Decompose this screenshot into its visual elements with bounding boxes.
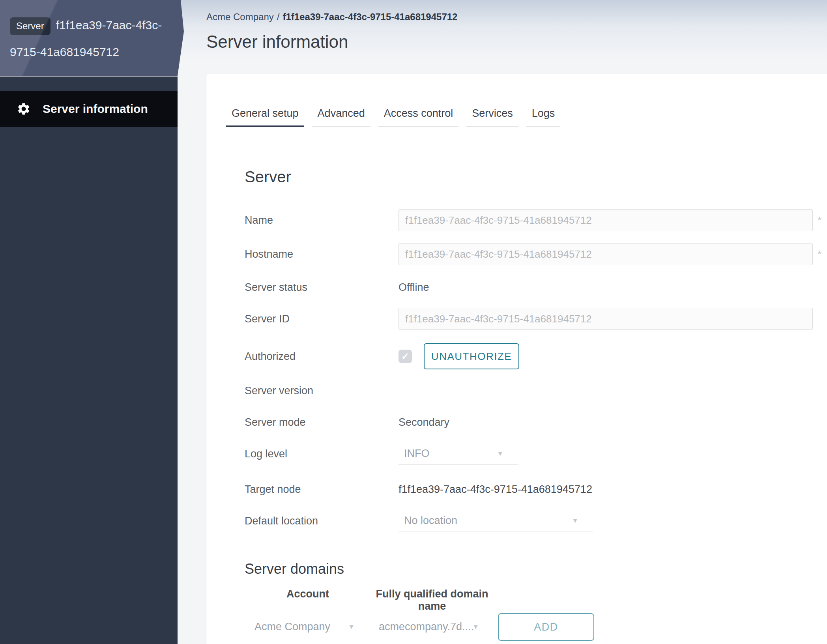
tab-access-control[interactable]: Access control — [378, 108, 459, 127]
account-column-header: Account — [247, 588, 369, 612]
hostname-required-asterisk: * — [818, 248, 821, 260]
chevron-down-icon: ▼ — [572, 517, 578, 525]
target-node-row: Target node f1f1ea39-7aac-4f3c-9715-41a6… — [245, 478, 827, 500]
log-level-row: Log level INFO ▼ — [245, 443, 827, 465]
server-id-input[interactable] — [399, 308, 813, 330]
sidebar: Serverf1f1ea39-7aac-4f3c-9715-41a6819457… — [0, 0, 178, 644]
tab-services[interactable]: Services — [466, 108, 518, 127]
log-level-select[interactable]: INFO ▼ — [399, 443, 518, 465]
default-location-row: Default location No location ▼ — [245, 510, 827, 532]
unauthorize-button[interactable]: UNAUTHORIZE — [424, 343, 519, 369]
name-row: Name * — [245, 209, 827, 231]
sidebar-item-server-information[interactable]: Server information — [0, 91, 178, 127]
content-card: General setup Advanced Access control Se… — [206, 74, 827, 644]
authorized-checkbox[interactable]: ✓ — [399, 350, 412, 363]
account-selected-value: Acme Company — [247, 621, 330, 633]
checkbox-check-icon: ✓ — [401, 352, 409, 361]
server-mode-row: Server mode Secondary — [245, 411, 827, 433]
fqdn-select[interactable]: acmecompany.7d.... ▼ — [371, 616, 493, 638]
server-status-value: Offline — [399, 281, 429, 294]
sidebar-divider — [0, 76, 178, 77]
server-domains-heading: Server domains — [245, 560, 827, 578]
page-title: Server information — [206, 31, 827, 53]
tab-logs[interactable]: Logs — [526, 108, 561, 127]
fqdn-selected-value: acmecompany.7d.... — [371, 621, 474, 633]
hostname-label: Hostname — [245, 248, 399, 260]
server-version-label: Server version — [245, 385, 399, 397]
server-information-page: Serverf1f1ea39-7aac-4f3c-9715-41a6819457… — [0, 0, 827, 644]
default-location-selected-value: No location — [399, 515, 457, 527]
tab-advanced[interactable]: Advanced — [312, 108, 370, 127]
server-id-row: Server ID — [245, 308, 827, 330]
fqdn-column-header: Fully qualified domain name — [371, 588, 493, 612]
log-level-selected-value: INFO — [399, 447, 430, 460]
server-domains-add-row: Acme Company ▼ acmecompany.7d.... ▼ ADD — [247, 613, 827, 641]
server-id-label: Server ID — [245, 313, 399, 325]
server-mode-label: Server mode — [245, 416, 399, 429]
breadcrumb: Acme Company/f1f1ea39-7aac-4f3c-9715-41a… — [178, 0, 827, 23]
server-mode-value: Secondary — [399, 416, 449, 429]
name-required-asterisk: * — [818, 214, 821, 227]
breadcrumb-current: f1f1ea39-7aac-4f3c-9715-41a681945712 — [283, 11, 457, 22]
tab-bar: General setup Advanced Access control Se… — [206, 74, 827, 127]
server-domains-table: Account Fully qualified domain name Acme… — [206, 588, 827, 641]
server-domains-column-headers: Account Fully qualified domain name — [247, 588, 827, 612]
hostname-row: Hostname * — [245, 243, 827, 265]
name-label: Name — [245, 214, 399, 227]
gear-icon — [17, 102, 31, 116]
main-area: Acme Company/f1f1ea39-7aac-4f3c-9715-41a… — [178, 0, 827, 644]
server-badge: Server — [10, 17, 51, 35]
target-node-label: Target node — [245, 483, 399, 496]
authorized-row: Authorized ✓ UNAUTHORIZE — [245, 343, 827, 369]
add-domain-button[interactable]: ADD — [498, 613, 594, 641]
sidebar-item-label: Server information — [43, 102, 148, 116]
server-form: Name * Hostname * Server status — [206, 209, 827, 532]
breadcrumb-separator: / — [274, 11, 283, 22]
log-level-label: Log level — [245, 448, 399, 460]
server-section-heading: Server — [245, 167, 827, 186]
breadcrumb-parent-link[interactable]: Acme Company — [206, 11, 274, 22]
server-status-row: Server status Offline — [245, 276, 827, 298]
target-node-value: f1f1ea39-7aac-4f3c-9715-41a681945712 — [399, 483, 592, 496]
hostname-input[interactable] — [399, 243, 813, 265]
authorized-label: Authorized — [245, 350, 399, 363]
chevron-down-icon: ▼ — [497, 450, 503, 458]
tab-general-setup[interactable]: General setup — [226, 108, 304, 127]
sidebar-server-uuid: Serverf1f1ea39-7aac-4f3c-9715-41a6819457… — [10, 12, 172, 66]
chevron-down-icon: ▼ — [472, 623, 479, 631]
default-location-label: Default location — [245, 515, 399, 527]
chevron-down-icon: ▼ — [348, 623, 355, 631]
name-input[interactable] — [399, 209, 813, 231]
sidebar-header: Serverf1f1ea39-7aac-4f3c-9715-41a6819457… — [0, 0, 184, 76]
server-version-row: Server version — [245, 380, 827, 402]
sidebar-menu: Server information — [0, 91, 178, 127]
server-status-label: Server status — [245, 281, 399, 294]
default-location-select[interactable]: No location ▼ — [399, 510, 593, 532]
account-select[interactable]: Acme Company ▼ — [247, 616, 369, 638]
